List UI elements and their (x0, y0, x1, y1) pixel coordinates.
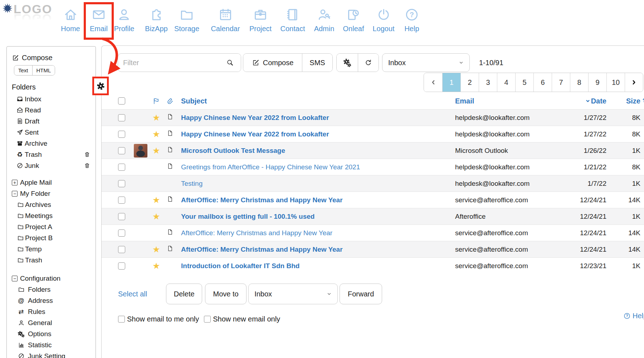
row-checkbox[interactable] (118, 164, 125, 171)
row-checkbox[interactable] (118, 147, 125, 154)
pagination-page-3[interactable]: 3 (479, 73, 497, 92)
sidebar-folder-project-b[interactable]: Project B (12, 232, 96, 243)
email-subject-link[interactable]: Happy Chinese New Year 2022 from Lookaft… (181, 130, 329, 138)
flag-column-icon[interactable] (152, 97, 167, 105)
email-subject-link[interactable]: Testing (181, 180, 203, 188)
nav-item-calendar[interactable]: Calendar (211, 6, 240, 33)
star-icon[interactable]: ★ (152, 130, 160, 139)
row-checkbox[interactable] (118, 180, 125, 187)
pagination-page-1[interactable]: 1 (442, 73, 460, 92)
sidebar-folder-draft[interactable]: Draft (12, 116, 96, 127)
header-email[interactable]: Email (455, 97, 584, 105)
priority-bolt-icon[interactable] (641, 96, 644, 103)
nav-item-contact[interactable]: Contact (280, 6, 305, 33)
row-checkbox[interactable] (118, 131, 125, 138)
pagination-page-9[interactable]: 9 (588, 73, 606, 92)
move-target-select[interactable]: Inbox (248, 284, 338, 304)
email-subject-link[interactable]: Happy Chinese New Year 2022 from Lookaft… (181, 114, 329, 122)
row-checkbox[interactable] (118, 197, 125, 204)
show-new-email-checkbox[interactable] (204, 316, 211, 323)
sidebar-folder-read[interactable]: Read (12, 105, 96, 116)
row-checkbox[interactable] (118, 213, 125, 220)
attachment-column-icon[interactable] (167, 97, 181, 105)
pagination-page-5[interactable]: 5 (515, 73, 533, 92)
mailbox-select[interactable]: Inbox (382, 53, 470, 72)
email-subject-link[interactable]: Microsoft Outlook Test Message (181, 147, 285, 155)
header-size[interactable]: Size (611, 97, 644, 105)
pagination-page-7[interactable]: 7 (552, 73, 570, 92)
sidebar-compose-button[interactable]: Compose (12, 54, 96, 62)
sidebar-config-general[interactable]: General (12, 317, 96, 328)
sidebar-config-junk-setting[interactable]: Junk Setting (12, 350, 96, 358)
email-subject-link[interactable]: AfterOffice: Merry Christmas and Happy N… (181, 246, 343, 253)
forward-button[interactable]: Forward (340, 284, 382, 304)
nav-item-profile[interactable]: Profile (114, 6, 135, 33)
star-icon[interactable]: ★ (152, 212, 160, 221)
pagination-prev-button[interactable] (424, 73, 442, 92)
format-html-button[interactable]: HTML (32, 66, 55, 75)
nav-item-storage[interactable]: Storage (174, 6, 199, 33)
sidebar-folder-project-a[interactable]: Project A (12, 221, 96, 232)
email-subject-link[interactable]: Your mailbox is getting full - 100.1% us… (181, 213, 314, 221)
sidebar-config-rules[interactable]: ⇄ Rules (12, 306, 96, 317)
row-checkbox[interactable] (118, 114, 125, 121)
folder-settings-gear-icon[interactable] (97, 82, 105, 90)
sidebar-folder-inbox[interactable]: Inbox (12, 93, 96, 105)
sidebar-config-options[interactable]: Options (12, 328, 96, 339)
move-to-button[interactable]: Move to (205, 284, 247, 304)
sidebar-folder-trash[interactable]: ♻ Trash (12, 149, 96, 160)
nav-item-help[interactable]: Help (404, 6, 420, 33)
footer-help-link[interactable]: Help (623, 312, 644, 320)
sidebar-folder-archives[interactable]: Archives (12, 199, 96, 210)
star-icon[interactable]: ★ (152, 262, 160, 270)
format-text-button[interactable]: Text (14, 66, 32, 75)
star-icon[interactable]: ★ (152, 113, 160, 122)
sidebar-config-address[interactable]: @ Address (12, 295, 96, 306)
nav-item-bizapp[interactable]: BizApp (145, 6, 167, 33)
pagination-page-4[interactable]: 4 (497, 73, 515, 92)
pagination-page-2[interactable]: 2 (460, 73, 479, 92)
empty-junk-icon[interactable] (84, 162, 91, 169)
nav-item-project[interactable]: Project (249, 6, 272, 33)
collapse-minus-icon[interactable]: − (12, 191, 18, 197)
star-icon[interactable]: ★ (152, 245, 160, 254)
nav-item-home[interactable]: Home (61, 6, 80, 33)
sidebar-folder-trash-sub[interactable]: Trash (12, 255, 96, 266)
star-icon[interactable]: ★ (152, 196, 160, 204)
nav-item-admin[interactable]: Admin (314, 6, 335, 33)
nav-item-logout[interactable]: Logout (372, 6, 394, 33)
expand-plus-icon[interactable]: + (12, 180, 18, 185)
delete-button[interactable]: Delete (166, 284, 202, 304)
sidebar-folder-junk[interactable]: Junk (12, 160, 96, 171)
pagination-page-8[interactable]: 8 (570, 73, 588, 92)
sidebar-folder-meetings[interactable]: Meetings (12, 210, 96, 221)
empty-trash-icon[interactable] (84, 151, 91, 158)
search-button[interactable] (219, 54, 241, 72)
email-subject-link[interactable]: Greetings from AfterOffice - Happy Chine… (181, 163, 360, 171)
show-email-to-me-checkbox[interactable] (118, 316, 125, 323)
sidebar-folder-archive[interactable]: Archive (12, 138, 96, 149)
pagination-next-button[interactable] (625, 73, 643, 92)
mail-settings-button[interactable] (337, 54, 358, 72)
header-subject[interactable]: Subject (181, 97, 455, 105)
sidebar-config-statistic[interactable]: Statistic (12, 339, 96, 350)
sidebar-tree-configuration[interactable]: − Configuration (12, 273, 96, 284)
sidebar-tree-apple-mail[interactable]: + Apple Mail (12, 177, 96, 188)
sidebar-tree-my-folder[interactable]: − My Folder (12, 188, 96, 199)
nav-item-onleaf[interactable]: Onleaf (343, 6, 364, 33)
row-checkbox[interactable] (118, 246, 125, 253)
star-icon[interactable]: ★ (152, 146, 160, 155)
select-all-checkbox[interactable] (118, 97, 125, 105)
pagination-page-6[interactable]: 6 (533, 73, 552, 92)
row-checkbox[interactable] (118, 262, 125, 270)
sidebar-config-folders[interactable]: Folders (12, 284, 96, 295)
collapse-minus-icon[interactable]: − (12, 276, 18, 281)
sidebar-folder-temp[interactable]: Temp (12, 243, 96, 255)
email-subject-link[interactable]: Introduction of Lookafter IT Sdn Bhd (181, 262, 299, 270)
sms-button[interactable]: SMS (302, 54, 332, 72)
sidebar-folder-sent[interactable]: Sent (12, 127, 96, 138)
email-subject-link[interactable]: AfterOffice: Merry Christmas and Happy N… (181, 196, 343, 204)
header-date[interactable]: Date (584, 97, 611, 105)
pagination-page-10[interactable]: 10 (606, 73, 625, 92)
row-checkbox[interactable] (118, 229, 125, 237)
